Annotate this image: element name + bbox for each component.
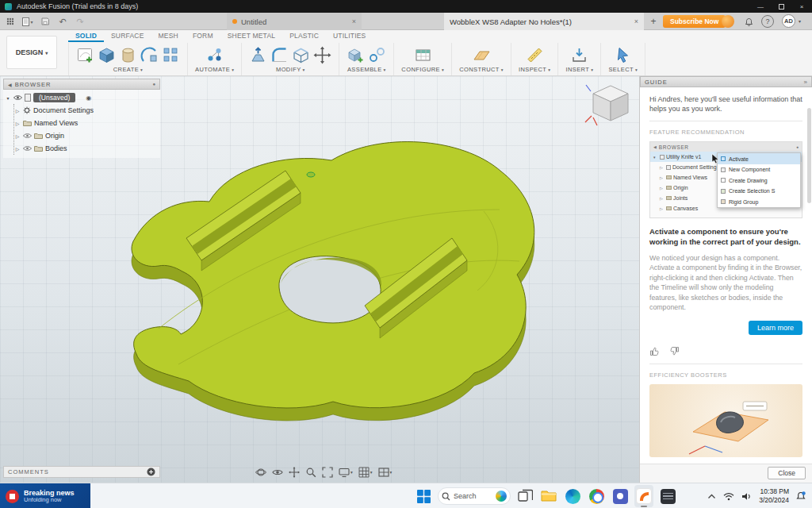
tab-solid[interactable]: SOLID — [68, 30, 104, 42]
insert-icon[interactable] — [570, 46, 588, 64]
tab-mesh[interactable]: MESH — [151, 30, 186, 42]
visibility-eye-icon[interactable] — [13, 94, 22, 101]
group-label-assemble[interactable]: ASSEMBLE▾ — [347, 66, 386, 73]
close-guide-button[interactable]: Close — [768, 467, 806, 479]
file-menu-icon[interactable]: ▾ — [21, 14, 35, 29]
thumbs-down-icon[interactable] — [669, 346, 680, 356]
start-button[interactable] — [414, 485, 433, 507]
undo-icon[interactable]: ↶ — [56, 14, 70, 29]
fillet-icon[interactable] — [270, 46, 289, 64]
create-sketch-icon[interactable] — [76, 46, 94, 64]
viewport-3d[interactable]: ◀ BROWSER ● ▾ (Unsaved) ◉ ▷ Document Set… — [0, 76, 812, 483]
viewports-icon[interactable]: ▾ — [378, 467, 393, 478]
search-input[interactable]: Search — [438, 487, 511, 505]
visibility-eye-icon[interactable] — [23, 145, 32, 152]
tab-utilities[interactable]: UTILITIES — [326, 30, 373, 42]
save-icon[interactable] — [38, 14, 52, 29]
model-3d-part[interactable] — [103, 122, 555, 432]
learn-more-button[interactable]: Learn more — [749, 321, 802, 335]
look-at-icon[interactable] — [272, 467, 283, 478]
tree-row-document-settings[interactable]: ▷ Document Settings — [14, 104, 160, 117]
move-copy-icon[interactable] — [313, 46, 331, 64]
tree-row-origin[interactable]: ▷ Origin — [14, 129, 160, 142]
expand-caret-icon[interactable]: ▷ — [14, 146, 21, 152]
group-label-modify[interactable]: MODIFY▾ — [276, 66, 305, 73]
comments-bar[interactable]: COMMENTS — [3, 466, 160, 478]
construct-plane-icon[interactable] — [473, 46, 491, 64]
edge-browser-icon[interactable] — [563, 485, 582, 507]
grid-snaps-icon[interactable]: ▾ — [358, 467, 373, 478]
group-label-inspect[interactable]: INSPECT▾ — [519, 66, 550, 73]
group-label-construct[interactable]: CONSTRUCT▾ — [459, 66, 504, 73]
tab-form[interactable]: FORM — [186, 30, 220, 42]
visibility-eye-icon[interactable] — [23, 133, 32, 139]
collapse-guide-icon[interactable]: » — [804, 79, 807, 86]
create-cylinder-icon[interactable] — [119, 46, 137, 64]
press-pull-icon[interactable] — [249, 46, 267, 64]
file-explorer-icon[interactable] — [539, 485, 558, 507]
create-revolve-icon[interactable] — [140, 46, 159, 64]
notification-bell-icon[interactable] — [742, 15, 755, 28]
notepad-icon[interactable] — [658, 485, 677, 507]
teams-icon[interactable] — [611, 485, 630, 507]
tab-wobblex-adapter[interactable]: WobbleX WS8 Adapter No Holes*(1) × — [444, 13, 644, 30]
task-view-icon[interactable] — [515, 485, 534, 507]
view-cube[interactable] — [584, 81, 634, 129]
automate-icon[interactable] — [205, 46, 224, 64]
tab-close-icon[interactable]: × — [634, 17, 638, 25]
fit-icon[interactable] — [322, 467, 333, 478]
minimize-button[interactable]: — — [750, 0, 771, 13]
volume-icon[interactable] — [741, 492, 752, 501]
joint-icon[interactable] — [368, 46, 386, 64]
zoom-icon[interactable] — [305, 467, 316, 478]
fusion-taskbar-icon[interactable] — [634, 485, 653, 507]
group-label-insert[interactable]: INSERT▾ — [565, 66, 593, 73]
app-grid-icon[interactable] — [3, 14, 17, 29]
taskbar-clock[interactable]: 10:38 PM 3/20/2024 — [759, 487, 789, 504]
tree-row-root[interactable]: ▾ (Unsaved) ◉ — [5, 91, 160, 104]
tab-sheet-metal[interactable]: SHEET METAL — [220, 30, 282, 42]
group-label-configure[interactable]: CONFIGURE▾ — [401, 66, 444, 73]
panel-pin-icon[interactable]: ● — [152, 82, 155, 87]
root-document-label[interactable]: (Unsaved) — [33, 93, 75, 102]
chrome-browser-icon[interactable] — [587, 485, 606, 507]
measure-icon[interactable] — [526, 46, 544, 64]
new-tab-button[interactable]: + — [647, 15, 660, 28]
add-comment-icon[interactable] — [147, 468, 155, 476]
group-label-create[interactable]: CREATE▾ — [113, 66, 143, 73]
news-widget[interactable]: Breaking news Unfolding now — [0, 483, 90, 508]
thumbs-up-icon[interactable] — [649, 346, 660, 356]
tray-chevron-up-icon[interactable] — [707, 494, 716, 499]
workspace-selector[interactable]: DESIGN ▾ — [6, 36, 57, 69]
wifi-icon[interactable] — [723, 492, 734, 501]
avatar[interactable]: AD — [782, 14, 795, 28]
create-pattern-icon[interactable] — [162, 46, 180, 64]
expand-caret-icon[interactable]: ▷ — [14, 108, 21, 114]
orbit-icon[interactable] — [255, 467, 266, 478]
display-settings-icon[interactable]: ▾ — [339, 467, 353, 478]
tab-untitled[interactable]: Untitled × — [227, 13, 362, 30]
expand-caret-icon[interactable]: ▾ — [5, 95, 11, 101]
collapse-panel-icon[interactable]: ◀ — [8, 82, 12, 87]
configure-icon[interactable] — [414, 46, 432, 64]
group-label-select[interactable]: SELECT▾ — [608, 66, 638, 73]
trial-coin-icon[interactable] — [722, 15, 734, 28]
guide-header[interactable]: GUIDE » — [640, 76, 812, 87]
select-cursor-icon[interactable] — [614, 46, 632, 64]
guide-scrollbar[interactable] — [807, 108, 811, 203]
expand-caret-icon[interactable]: ▷ — [14, 133, 21, 139]
active-component-radio-icon[interactable]: ◉ — [86, 94, 91, 102]
copilot-icon[interactable] — [496, 491, 507, 502]
shell-icon[interactable] — [292, 46, 310, 64]
tab-plastic[interactable]: PLASTIC — [282, 30, 326, 42]
help-icon[interactable]: ? — [761, 15, 774, 28]
pan-icon[interactable] — [289, 467, 300, 478]
close-window-button[interactable]: × — [791, 0, 812, 13]
expand-caret-icon[interactable]: ▷ — [14, 121, 21, 126]
subscribe-now-button[interactable]: Subscribe Now — [663, 15, 726, 28]
create-box-icon[interactable] — [98, 46, 116, 64]
redo-icon[interactable]: ↷ — [73, 14, 87, 29]
browser-header[interactable]: ◀ BROWSER ● — [3, 79, 160, 90]
tree-row-named-views[interactable]: ▷ Named Views — [14, 117, 160, 129]
maximize-button[interactable] — [771, 0, 791, 13]
